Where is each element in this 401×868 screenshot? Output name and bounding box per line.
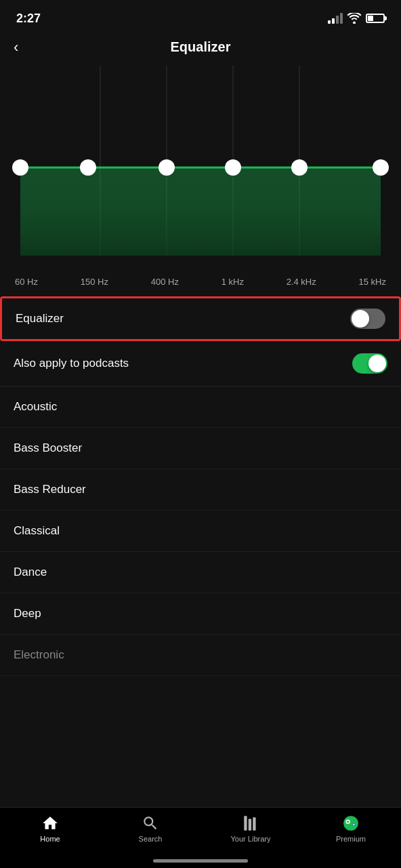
podcast-toggle-knob [368,355,386,372]
nav-premium[interactable]: Premium [331,814,371,843]
preset-bass-reducer[interactable]: Bass Reducer [0,469,401,511]
preset-electronic[interactable]: Electronic [0,635,401,676]
preset-list: Acoustic Bass Booster Bass Reducer Class… [0,387,401,676]
nav-search[interactable]: Search [130,814,171,843]
status-bar: 2:27 [0,0,401,34]
equalizer-label: Equalizer [16,312,64,326]
equalizer-toggle-row[interactable]: Equalizer [0,296,401,341]
eq-point-6[interactable] [373,159,389,176]
home-indicator [153,859,248,863]
svg-point-10 [347,821,349,823]
header: ‹ Equalizer [0,34,401,66]
premium-icon [342,814,360,832]
nav-library-label: Your Library [231,835,271,843]
nav-home[interactable]: Home [30,814,70,843]
wifi-icon [347,13,362,24]
eq-point-2[interactable] [80,159,96,176]
eq-graph-container[interactable]: 60 Hz 150 Hz 400 Hz 1 kHz 2.4 kHz 15 kHz [0,66,401,290]
home-icon [41,814,59,832]
nav-search-label: Search [139,835,163,843]
library-icon [242,814,259,832]
preset-dance[interactable]: Dance [0,552,401,593]
page-title: Equalizer [171,39,231,55]
nav-home-label: Home [40,835,60,843]
eq-point-1[interactable] [12,159,28,176]
equalizer-toggle-knob [352,310,369,328]
status-time: 2:27 [16,12,41,26]
eq-svg[interactable] [0,66,401,256]
eq-point-4[interactable] [225,159,241,176]
signal-icon [328,13,343,24]
svg-rect-5 [244,816,247,831]
preset-classical[interactable]: Classical [0,511,401,552]
freq-label-1khz: 1 kHz [221,277,244,287]
podcast-label: Also apply to podcasts [14,357,129,370]
eq-curve[interactable] [0,66,401,256]
eq-frequency-labels: 60 Hz 150 Hz 400 Hz 1 kHz 2.4 kHz 15 kHz [0,271,401,290]
svg-rect-6 [249,819,251,831]
preset-bass-booster[interactable]: Bass Booster [0,428,401,469]
battery-icon [366,14,385,23]
nav-premium-label: Premium [336,835,366,843]
freq-label-150hz: 150 Hz [81,277,108,287]
svg-point-8 [343,816,358,831]
svg-rect-7 [253,817,255,831]
eq-point-3[interactable] [159,159,175,176]
freq-label-15khz: 15 kHz [359,277,386,287]
svg-marker-4 [20,167,381,256]
equalizer-toggle[interactable] [350,309,385,329]
search-icon [142,814,159,832]
freq-label-24khz: 2.4 kHz [287,277,316,287]
podcast-toggle-row[interactable]: Also apply to podcasts [0,341,401,387]
preset-acoustic[interactable]: Acoustic [0,387,401,428]
preset-deep[interactable]: Deep [0,593,401,635]
freq-label-60hz: 60 Hz [15,277,38,287]
eq-point-5[interactable] [291,159,308,176]
freq-label-400hz: 400 Hz [151,277,179,287]
status-icons [328,13,385,24]
nav-library[interactable]: Your Library [230,814,271,843]
back-button[interactable]: ‹ [14,39,18,56]
settings-section: Equalizer Also apply to podcasts [0,296,401,387]
svg-point-12 [353,824,354,825]
podcast-toggle[interactable] [352,353,387,374]
